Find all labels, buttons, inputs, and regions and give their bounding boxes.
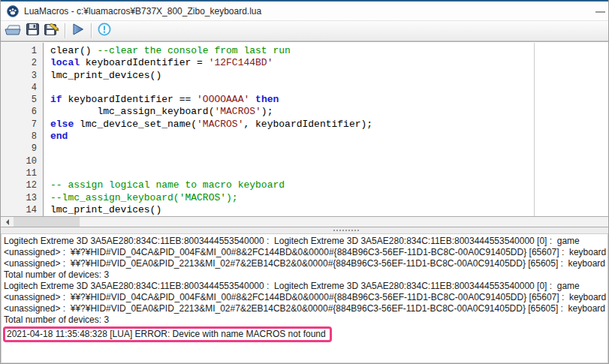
line-number: 1 — [1, 45, 43, 57]
right-margin-line — [534, 43, 535, 216]
line-number: 5 — [1, 94, 43, 106]
code-line[interactable]: lmc_print_devices() — [50, 70, 608, 82]
minimize-icon[interactable] — [595, 11, 605, 13]
paw-icon — [7, 5, 19, 17]
run-icon — [73, 23, 84, 38]
line-number: 11 — [1, 167, 43, 179]
code-line[interactable]: lmc_print_devices() — [50, 204, 608, 216]
code-line[interactable]: local keyboardIdentifier = '12FC144BD' — [50, 57, 608, 69]
code-token: then — [255, 94, 279, 105]
code-line[interactable] — [50, 167, 608, 179]
save-icon — [26, 23, 39, 38]
run-button[interactable] — [68, 22, 88, 40]
console-line: <unassigned> : ¥¥?¥HID#VID_04CA&PID_004F… — [4, 247, 607, 258]
open-file-icon — [5, 23, 21, 39]
line-number: 3 — [1, 70, 43, 82]
code-token: -- assign logical name to macro keyboard — [50, 179, 285, 191]
code-token: lmc_device_set_name( — [74, 119, 197, 130]
console-line: Total number of devices: 3 — [4, 269, 607, 281]
scroll-left-button[interactable] — [1, 217, 14, 227]
code-token: lmc_assign_keyboard( — [50, 106, 214, 117]
line-number: 13 — [1, 192, 43, 204]
code-token: keyboardIdentifier == — [62, 94, 197, 105]
console-line: <unassigned> : ¥¥?¥HID#VID_0EA0&PID_2213… — [4, 258, 607, 269]
save-button[interactable] — [23, 22, 42, 40]
code-token: ); — [261, 106, 273, 117]
code-line[interactable] — [50, 155, 608, 167]
code-token: keyboardIdentifier = — [80, 57, 209, 68]
save-as-button[interactable] — [42, 22, 62, 40]
line-number: 9 — [1, 143, 43, 155]
line-number: 10 — [1, 155, 43, 167]
code-token: if — [50, 94, 62, 105]
toolbar-separator — [65, 23, 65, 38]
code-line[interactable]: else lmc_device_set_name('MACROS', keybo… — [50, 119, 608, 131]
code-token: lmc_print_devices() — [50, 70, 161, 81]
scroll-left-arrow-icon — [6, 219, 9, 225]
open-button[interactable] — [3, 22, 23, 40]
console-line: <unassigned> : ¥¥?¥HID#VID_04CA&PID_004F… — [4, 292, 607, 303]
code-token: 'MACROS' — [197, 119, 243, 130]
console-error-line: 2021-04-18 11:35:48:328 [LUA] ERROR: Dev… — [3, 326, 332, 342]
code-area[interactable]: clear() --clear the console from last ru… — [44, 43, 608, 216]
info-icon — [98, 23, 111, 39]
code-line[interactable] — [50, 143, 608, 155]
line-number: 4 — [1, 82, 43, 94]
console-line: Logitech Extreme 3D 3A5AE280:834C:11EB:8… — [4, 236, 607, 247]
toolbar — [1, 20, 608, 41]
code-token: 'OOOOAAA' — [197, 94, 249, 105]
line-number: 2 — [1, 57, 43, 69]
code-line[interactable] — [50, 82, 608, 94]
code-line[interactable]: -- assign logical name to macro keyboard — [50, 179, 608, 191]
horizontal-scrollbar[interactable] — [1, 216, 608, 227]
code-token: --lmc_assign_keyboard('MACROS'); — [50, 192, 238, 203]
splitter[interactable] — [1, 227, 608, 233]
scrollbar-thumb[interactable] — [14, 217, 80, 227]
code-line[interactable]: lmc_assign_keyboard('MACROS'); — [50, 106, 608, 118]
console-line: Total number of devices: 3 — [4, 314, 607, 326]
editor-gutter: 123456789101112131415 — [1, 43, 44, 216]
line-number: 8 — [1, 131, 43, 143]
code-editor[interactable]: 123456789101112131415 clear() --clear th… — [1, 41, 608, 216]
code-token: '12FC144BD' — [209, 57, 273, 68]
console-panel[interactable]: Logitech Extreme 3D 3A5AE280:834C:11EB:8… — [1, 233, 608, 363]
code-token: 'MACROS' — [214, 106, 261, 117]
line-number: 7 — [1, 119, 43, 131]
luamacros-window: LuaMacros - c:¥luamacros¥B737X_800_Zibo_… — [0, 0, 609, 364]
code-token: end — [50, 131, 68, 142]
console-line: Logitech Extreme 3D 3A5AE280:834C:11EB:8… — [4, 281, 607, 292]
toolbar-separator — [91, 23, 92, 38]
code-token — [249, 94, 255, 105]
code-token: local — [50, 57, 80, 68]
line-number: 14 — [1, 204, 43, 216]
info-button[interactable] — [95, 22, 114, 40]
line-number: 12 — [1, 179, 43, 191]
code-token: lmc_print_devices() — [50, 204, 161, 215]
grip-dots-icon — [333, 230, 359, 231]
line-number: 6 — [1, 106, 43, 118]
code-token: else — [50, 119, 74, 130]
code-token: clear() — [50, 45, 97, 56]
save-as-icon — [44, 23, 59, 39]
code-line[interactable]: clear() --clear the console from last ru… — [50, 45, 608, 57]
title-bar[interactable]: LuaMacros - c:¥luamacros¥B737X_800_Zibo_… — [1, 2, 608, 20]
window-title: LuaMacros - c:¥luamacros¥B737X_800_Zibo_… — [24, 6, 261, 17]
code-line[interactable]: --lmc_assign_keyboard('MACROS'); — [50, 192, 608, 204]
code-line[interactable]: if keyboardIdentifier == 'OOOOAAA' then — [50, 94, 608, 106]
code-line[interactable]: end — [50, 131, 608, 143]
console-line: <unassigned> : ¥¥?¥HID#VID_0EA0&PID_2213… — [4, 303, 607, 314]
code-token: --clear the console from last run — [97, 45, 290, 56]
code-token: , keyboardIdentifier); — [243, 119, 372, 130]
